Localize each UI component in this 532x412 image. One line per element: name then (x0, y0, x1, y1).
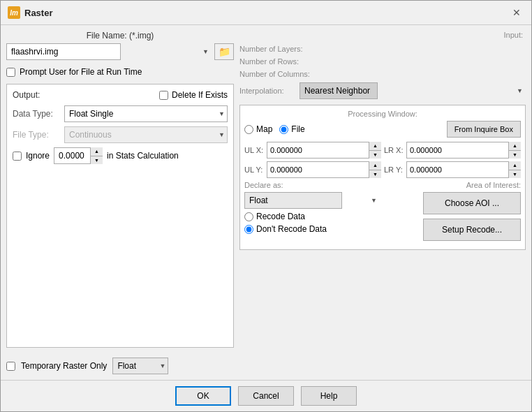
num-cols-label: Number of Columns: (239, 70, 323, 78)
dont-recode-radio[interactable] (244, 225, 253, 234)
file-type-label: File Type: (13, 130, 60, 140)
lry-spin-down[interactable]: ▼ (509, 170, 521, 179)
ulx-row: UL X: ▲ ▼ (244, 142, 381, 159)
dialog-footer: OK Cancel Help (1, 380, 531, 411)
ignore-label: Ignore (26, 151, 50, 161)
lrx-spin-up[interactable]: ▲ (509, 142, 521, 151)
coord-grid: UL X: ▲ ▼ LR X: (244, 142, 521, 178)
in-stats-label: in Stats Calculation (107, 151, 179, 161)
file-radio-label: File (291, 124, 304, 134)
ignore-spin-down[interactable]: ▼ (91, 156, 103, 165)
ulx-input[interactable] (267, 142, 381, 159)
lry-spin-up[interactable]: ▲ (509, 161, 521, 170)
delete-if-exists-label: Delete If Exists (172, 90, 228, 100)
title-bar: Im Raster ✕ (1, 1, 531, 25)
prompt-label: Prompt User for File at Run Time (20, 67, 142, 77)
lrx-input[interactable] (406, 142, 521, 159)
choose-aoi-button[interactable]: Choose AOI ... (423, 192, 521, 214)
data-type-label: Data Type: (13, 109, 60, 119)
ignore-checkbox[interactable] (13, 152, 22, 161)
recode-data-radio[interactable] (244, 212, 253, 221)
file-name-section: File Name: (*.img) 📁 (6, 31, 234, 60)
temp-raster-label: Temporary Raster Only (21, 361, 107, 371)
file-type-row: File Type: Continuous Thematic (13, 126, 228, 143)
close-button[interactable]: ✕ (509, 5, 524, 20)
app-icon: Im (8, 6, 20, 19)
setup-recode-button[interactable]: Setup Recode... (423, 219, 521, 241)
recode-data-label: Recode Data (256, 212, 305, 221)
ulx-label: UL X: (244, 146, 264, 154)
delete-if-exists-checkbox[interactable] (159, 91, 168, 100)
data-type-row: Data Type: Float Single Byte Integer Flo… (13, 105, 228, 122)
interpolation-row: Interpolation: Nearest Neighbor Bilinear… (239, 82, 526, 99)
prompt-checkbox-row: Prompt User for File at Run Time (6, 64, 234, 80)
prompt-checkbox[interactable] (6, 68, 15, 77)
declare-section: Declare as: Float Integer Unsigned 8 bit (244, 181, 380, 245)
dont-recode-label: Don't Recode Data (256, 224, 327, 234)
dialog-title: Raster (24, 8, 52, 18)
map-file-radio-row: Map File From Inquire Box (244, 121, 521, 138)
lry-label: LR Y: (384, 165, 404, 174)
dialog-body: File Name: (*.img) 📁 Prompt User for Fil… (1, 25, 531, 380)
ulx-spin-up[interactable]: ▲ (369, 142, 381, 151)
browse-button[interactable]: 📁 (214, 43, 234, 60)
ignore-spin-up[interactable]: ▲ (91, 147, 103, 156)
temp-raster-combo[interactable]: Float Integer (112, 358, 168, 374)
right-panel: Input: Number of Layers: Number of Rows:… (239, 31, 526, 374)
lrx-label: LR X: (384, 146, 404, 154)
aoi-section: Area of Interest: Choose AOI ... Setup R… (385, 181, 521, 245)
input-label: Input: (503, 31, 523, 39)
file-type-combo[interactable]: Continuous Thematic (64, 126, 228, 143)
temp-raster-row: Temporary Raster Only Float Integer (6, 358, 234, 374)
file-input-row: 📁 (6, 43, 234, 60)
uly-spin-down[interactable]: ▼ (369, 170, 381, 179)
declare-as-label: Declare as: (244, 181, 380, 189)
output-section: Output: Delete If Exists Data Type: Floa… (6, 84, 234, 348)
map-radio[interactable] (244, 125, 253, 134)
temp-raster-checkbox[interactable] (6, 362, 15, 371)
lrx-spin-down[interactable]: ▼ (509, 151, 521, 159)
uly-row: UL Y: ▲ ▼ (244, 161, 381, 178)
ulx-spin-down[interactable]: ▼ (369, 151, 381, 159)
file-name-label: File Name: (*.img) (6, 31, 234, 41)
uly-input[interactable] (267, 161, 381, 178)
processing-window-label: Processing Window: (244, 110, 521, 118)
uly-label: UL Y: (244, 165, 264, 174)
interpolation-combo[interactable]: Nearest Neighbor Bilinear Cubic Convolut… (300, 82, 378, 99)
ignore-row: Ignore ▲ ▼ in Stats Calculation (13, 147, 228, 164)
file-radio[interactable] (279, 125, 288, 134)
lrx-row: LR X: ▲ ▼ (384, 142, 521, 159)
from-inquire-button[interactable]: From Inquire Box (447, 121, 521, 138)
map-radio-label: Map (256, 124, 272, 134)
num-layers-label: Number of Layers: (239, 45, 323, 53)
declare-as-combo[interactable]: Float Integer Unsigned 8 bit (244, 192, 342, 209)
processing-window: Processing Window: Map File From Inquire… (239, 105, 526, 250)
interpolation-label: Interpolation: (239, 87, 295, 95)
left-panel: File Name: (*.img) 📁 Prompt User for Fil… (6, 31, 234, 374)
area-of-interest-label: Area of Interest: (466, 181, 521, 189)
num-rows-label: Number of Rows: (239, 57, 323, 66)
uly-spin-up[interactable]: ▲ (369, 161, 381, 170)
raster-dialog: Im Raster ✕ File Name: (*.img) 📁 Prompt … (0, 0, 532, 412)
lry-input[interactable] (406, 161, 521, 178)
area-interest-section: Declare as: Float Integer Unsigned 8 bit (244, 181, 521, 245)
lry-row: LR Y: ▲ ▼ (384, 161, 521, 178)
data-type-combo[interactable]: Float Single Byte Integer Float Double (64, 105, 228, 122)
help-button[interactable]: Help (301, 386, 357, 406)
ok-button[interactable]: OK (175, 386, 231, 406)
output-label: Output: (13, 90, 40, 100)
cancel-button[interactable]: Cancel (238, 386, 294, 406)
file-name-input[interactable] (6, 43, 121, 60)
